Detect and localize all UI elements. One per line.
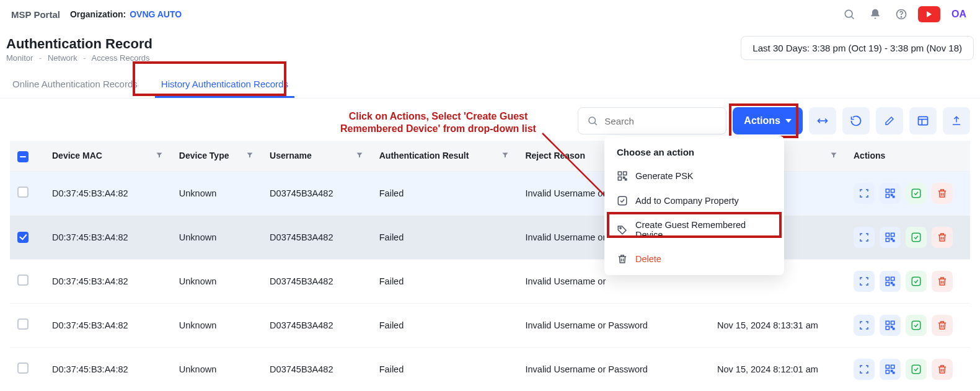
svg-rect-6 [919, 116, 928, 125]
cell-result: Failed [372, 172, 518, 216]
actions-button[interactable]: Actions [733, 107, 803, 134]
tabs: Online Authentication Records History Au… [0, 69, 980, 99]
row-action-trash-icon[interactable] [932, 315, 953, 336]
toolbar: Actions Choose an action Genera [0, 99, 980, 141]
column-header: Authentication Result [372, 141, 518, 172]
dropdown-item-label: Create Guest Remembered Device [635, 220, 772, 240]
svg-rect-9 [618, 172, 621, 175]
svg-rect-17 [886, 189, 889, 192]
select-all-checkbox[interactable] [17, 151, 29, 162]
row-checkbox[interactable] [17, 187, 29, 198]
row-action-qr-icon[interactable] [880, 183, 901, 204]
cell-mac: D0:37:45:B3:A4:82 [45, 260, 172, 304]
svg-rect-22 [912, 189, 920, 198]
row-action-check-icon[interactable] [906, 271, 927, 292]
row-action-qr-icon[interactable] [880, 359, 901, 380]
row-checkbox[interactable] [17, 275, 29, 286]
row-action-focus-icon[interactable] [854, 271, 875, 292]
row-action-trash-icon[interactable] [932, 227, 953, 248]
dropdown-item-delete[interactable]: Delete [604, 247, 784, 271]
cell-result: Failed [372, 348, 518, 391]
columns-icon[interactable] [909, 107, 937, 134]
svg-point-3 [901, 17, 901, 17]
cell-user: D03745B3A482 [262, 172, 372, 216]
svg-rect-31 [886, 282, 889, 285]
search-icon[interactable] [839, 4, 860, 25]
cell-mac: D0:37:45:B3:A4:82 [45, 216, 172, 260]
breadcrumb-item[interactable]: Monitor [6, 53, 33, 63]
breadcrumb-item[interactable]: Network [48, 53, 77, 63]
row-checkbox[interactable] [17, 232, 29, 243]
brand-label[interactable]: MSP Portal [11, 9, 60, 20]
records-table: Device MAC Device Type Username Authenti… [10, 141, 970, 391]
dropdown-item-add-company-property[interactable]: Add to Company Property [604, 188, 784, 213]
avatar[interactable]: OA [949, 4, 969, 24]
cell-type: Unknown [172, 348, 262, 391]
cell-mac: D0:37:45:B3:A4:82 [45, 172, 172, 216]
cell-result: Failed [372, 216, 518, 260]
search-box[interactable] [578, 107, 726, 134]
table-row: D0:37:45:B3:A4:82UnknownD03745B3A482Fail… [10, 172, 970, 216]
svg-rect-45 [893, 372, 894, 373]
row-action-focus-icon[interactable] [854, 359, 875, 380]
row-action-trash-icon[interactable] [932, 271, 953, 292]
filter-icon[interactable] [246, 151, 254, 160]
check-circle-icon [617, 195, 628, 206]
tab-online-records[interactable]: Online Authentication Records [6, 72, 144, 98]
row-action-check-icon[interactable] [906, 227, 927, 248]
breadcrumb-item[interactable]: Access Records [92, 53, 150, 63]
breadcrumb: Monitor - Network - Access Records [6, 53, 741, 63]
actions-button-label: Actions [744, 115, 780, 126]
row-action-focus-icon[interactable] [854, 183, 875, 204]
filter-icon[interactable] [501, 151, 509, 160]
row-checkbox[interactable] [17, 319, 29, 330]
row-action-check-icon[interactable] [906, 315, 927, 336]
page-header: Authentication Record Monitor - Network … [0, 29, 980, 69]
row-action-focus-icon[interactable] [854, 227, 875, 248]
column-header: Actions [846, 141, 970, 172]
youtube-icon[interactable] [918, 6, 940, 22]
svg-rect-13 [625, 179, 627, 180]
row-action-check-icon[interactable] [906, 359, 927, 380]
row-action-qr-icon[interactable] [880, 271, 901, 292]
svg-rect-38 [891, 326, 893, 327]
date-range-picker[interactable]: Last 30 Days: 3:38 pm (Oct 19) - 3:38 pm… [741, 36, 974, 60]
org-name[interactable]: OVNG AUTO [130, 9, 182, 19]
filter-icon[interactable] [356, 151, 363, 160]
row-action-trash-icon[interactable] [932, 183, 953, 204]
export-icon[interactable] [943, 107, 970, 134]
svg-rect-34 [912, 277, 920, 286]
filter-icon[interactable] [156, 151, 163, 160]
refresh-icon[interactable] [842, 107, 870, 134]
cell-user: D03745B3A482 [262, 216, 372, 260]
row-action-trash-icon[interactable] [932, 359, 953, 380]
row-action-qr-icon[interactable] [880, 227, 901, 248]
cell-result: Failed [372, 260, 518, 304]
filter-icon[interactable] [830, 151, 837, 160]
expand-horizontal-icon[interactable] [809, 107, 836, 134]
bell-icon[interactable] [865, 4, 886, 25]
help-icon[interactable] [891, 4, 912, 25]
row-action-check-icon[interactable] [906, 183, 927, 204]
qr-icon [617, 170, 628, 182]
cell-mac: D0:37:45:B3:A4:82 [45, 304, 172, 348]
actions-dropdown: Choose an action Generate PSK Add to Com… [604, 136, 784, 275]
svg-rect-41 [886, 365, 889, 368]
tab-history-records[interactable]: History Authentication Records [155, 72, 294, 98]
svg-rect-32 [891, 282, 893, 283]
svg-rect-26 [891, 238, 893, 239]
edit-icon[interactable] [876, 107, 903, 134]
svg-rect-23 [886, 233, 889, 236]
row-actions [854, 271, 963, 292]
search-input[interactable] [604, 116, 722, 126]
row-action-qr-icon[interactable] [880, 315, 901, 336]
cell-time: Nov 15, 2024 8:12:01 am [710, 348, 846, 391]
svg-rect-44 [891, 370, 893, 371]
row-action-focus-icon[interactable] [854, 315, 875, 336]
cell-type: Unknown [172, 260, 262, 304]
row-checkbox[interactable] [17, 362, 29, 374]
svg-rect-42 [891, 365, 894, 368]
dropdown-item-create-guest-device[interactable]: Create Guest Remembered Device [604, 213, 784, 247]
row-actions [854, 315, 963, 336]
dropdown-item-generate-psk[interactable]: Generate PSK [604, 164, 784, 188]
